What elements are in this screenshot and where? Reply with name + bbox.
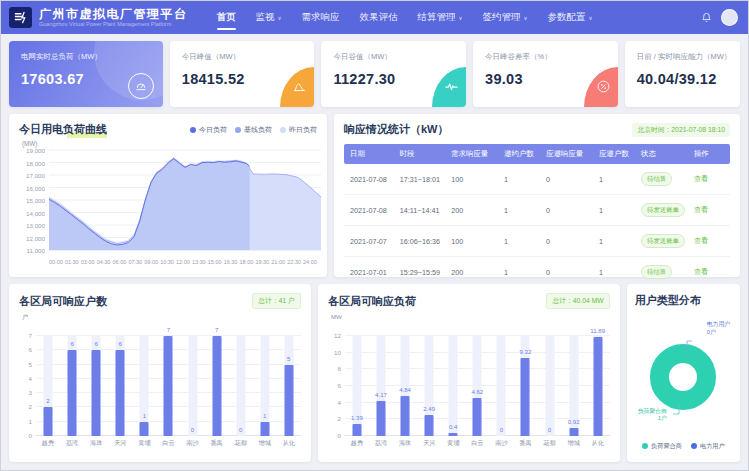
bar-x-label: 黄埔	[441, 439, 465, 448]
bar-y-axis: 户76543210	[19, 324, 36, 436]
district-load-total-badge: 总计：40.04 MW	[546, 293, 609, 309]
bar-value-label: 0.92	[568, 418, 580, 425]
district-users-title: 各区局可响应户数	[19, 294, 107, 309]
nav-item-0[interactable]: 首页	[207, 1, 246, 34]
bar-y-tick: 7	[29, 332, 32, 339]
nav-item-4[interactable]: 结算管理∨	[408, 1, 473, 34]
bar-x-label: 增城	[253, 439, 277, 448]
kpi-cards-row: 电网实时总负荷（MW）17603.67今日峰值（MW）18415.52今日谷值（…	[9, 41, 740, 107]
stat-card-label: 电网实时总负荷（MW）	[21, 52, 151, 62]
bar	[521, 358, 530, 436]
bar-column: 4.17	[369, 324, 393, 436]
app-subtitle: Guangzhou Virtual Power Plant Management…	[39, 22, 188, 28]
nav-item-label: 参数配置	[548, 11, 586, 24]
bar-y-tick: 0	[337, 432, 340, 439]
bar-value-label: 7	[167, 326, 170, 333]
bar-y-tick: 12	[334, 332, 341, 339]
district-users-panel: 各区局可响应户数 总计：41 户 户7654321026661707015越秀荔…	[9, 284, 311, 462]
main-nav: 首页监视∨需求响应效果评估结算管理∨签约管理∨参数配置∨	[207, 1, 603, 34]
bar-column: 6	[60, 324, 84, 436]
view-link[interactable]: 查看	[694, 236, 708, 245]
legend-label: 负荷聚合商	[651, 442, 682, 451]
bar-x-label: 南沙	[180, 439, 204, 448]
x-tick-label: 06:00	[113, 259, 127, 265]
table-cell-status: 待结算	[635, 257, 688, 288]
load-curve-chart: (MW) 19,00018,00017,00016,00015,00014,00…	[19, 147, 317, 257]
load-curve-panel: 今日用电负荷曲线 今日负荷基线负荷昨日负荷 (MW) 19,00018,0001…	[9, 114, 327, 277]
nav-item-2[interactable]: 需求响应	[292, 1, 350, 34]
bar-value-label: 0	[548, 426, 551, 433]
bar-column: 6	[108, 324, 132, 436]
legend-item[interactable]: 今日负荷	[190, 125, 227, 135]
table-cell: 1	[593, 226, 635, 257]
legend-item[interactable]: 昨日负荷	[280, 125, 317, 135]
nav-item-5[interactable]: 签约管理∨	[473, 1, 538, 34]
nav-item-label: 首页	[217, 11, 236, 24]
bar-track	[236, 336, 245, 436]
bar-column: 1.39	[345, 324, 369, 436]
bar-column: 2	[36, 324, 60, 436]
donut-legend-item[interactable]: 电力用户	[691, 442, 725, 451]
avatar[interactable]	[721, 9, 738, 26]
x-tick-label: 00:00	[49, 259, 63, 265]
load-curve-title: 今日用电负荷曲线	[19, 122, 107, 138]
bar-column: 0	[538, 324, 562, 436]
table-cell: 1	[498, 164, 540, 195]
bar-value-label: 0	[239, 426, 242, 433]
bar-x-label: 海珠	[393, 439, 417, 448]
bar-x-label: 越秀	[36, 439, 60, 448]
bar	[68, 350, 77, 436]
user-type-donut-chart: 电力用户0户负荷聚合商1户	[635, 308, 732, 439]
table-header-cell: 邀约户数	[498, 144, 540, 164]
table-cell: 0	[540, 257, 593, 288]
stat-card-value: 39.03	[485, 71, 606, 87]
bar	[352, 424, 361, 436]
bar	[593, 337, 602, 436]
legend-dot	[235, 127, 241, 133]
app-title: 广州市虚拟电厂管理平台	[39, 8, 188, 20]
view-link[interactable]: 查看	[694, 267, 708, 276]
table-cell: 100	[445, 164, 498, 195]
bottom-row: 各区局可响应户数 总计：41 户 户7654321026661707015越秀荔…	[9, 284, 740, 462]
user-type-title: 用户类型分布	[635, 293, 701, 308]
bar-column: 11.89	[586, 324, 610, 436]
legend-item[interactable]: 基线负荷	[235, 125, 272, 135]
nav-item-label: 效果评估	[360, 11, 398, 24]
bar-columns: 26661707015	[36, 324, 301, 436]
nav-item-6[interactable]: 参数配置∨	[538, 1, 603, 34]
load-curve-legend: 今日负荷基线负荷昨日负荷	[190, 125, 317, 135]
view-link[interactable]: 查看	[694, 205, 708, 214]
district-users-chart: 户7654321026661707015越秀荔湾海珠天河黄埔白云南沙番禺花都增城…	[19, 324, 301, 448]
table-cell: 14:11~14:41	[394, 195, 445, 226]
notification-bell-icon[interactable]	[701, 12, 712, 23]
bar-x-label: 增城	[562, 439, 586, 448]
x-tick-label: 22:30	[287, 259, 301, 265]
table-cell: 1	[498, 226, 540, 257]
donut-legend-item[interactable]: 负荷聚合商	[642, 442, 682, 451]
view-link[interactable]: 查看	[694, 174, 708, 183]
nav-item-3[interactable]: 效果评估	[350, 1, 408, 34]
table-header-cell: 时段	[394, 144, 445, 164]
nav-item-1[interactable]: 监视∨	[246, 1, 292, 34]
table-cell: 1	[593, 195, 635, 226]
user-type-panel: 用户类型分布 电力用户0户负荷聚合商1户 负荷聚合商电力用户	[627, 284, 740, 462]
bar	[473, 398, 482, 437]
y-tick-label: 14,000	[26, 210, 45, 217]
response-table: 日期时段需求响应量邀约户数应邀响应量应邀户数状态操作 2021-07-0817:…	[344, 144, 730, 288]
bar	[140, 422, 149, 436]
nav-item-label: 监视	[256, 11, 275, 24]
bar-y-tick: 2	[337, 415, 340, 422]
legend-dot	[691, 443, 697, 449]
bar-x-label: 天河	[108, 439, 132, 448]
table-row: 2021-07-0716:06~16:36100101待发送账单查看	[344, 226, 730, 257]
bar-plot-area: 1.394.174.842.490.44.6209.3200.9211.89越秀…	[345, 324, 610, 448]
bar	[116, 350, 125, 436]
status-badge: 待发送账单	[641, 203, 685, 217]
district-load-title: 各区局可响应负荷	[328, 294, 416, 309]
x-axis-labels: 00:0001:3003:0004:3006:0007:3009:0010:30…	[49, 259, 317, 265]
bar-y-tick: 4	[29, 375, 32, 382]
table-cell: 15:29~15:59	[394, 257, 445, 288]
y-tick-label: 18,000	[26, 160, 45, 167]
bar-y-tick: 4	[337, 399, 340, 406]
bar-track	[497, 336, 506, 436]
